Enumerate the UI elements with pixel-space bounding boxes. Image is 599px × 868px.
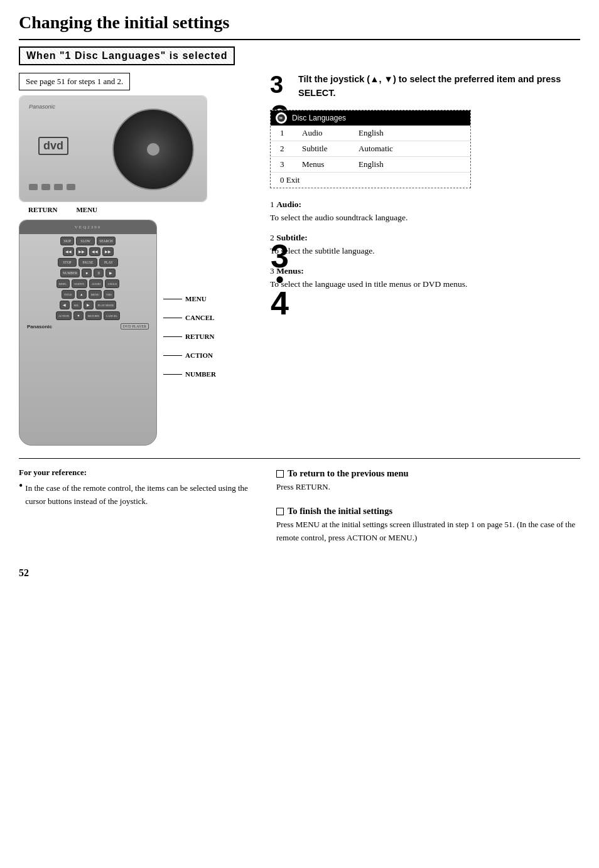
remote-label-number: NUMBER [163, 370, 216, 378]
dvd-disc-center [147, 143, 159, 156]
remote-step-4: 4 [271, 285, 289, 321]
bottom-content: For your reference: • In the case of the… [19, 466, 580, 555]
step3-number: 3 [270, 73, 289, 97]
main-content: See page 51 for steps 1 and 2. Panasonic… [19, 73, 580, 446]
remote-row-skip: SKIP SLOW SEARCH [23, 237, 153, 245]
bottom-left: For your reference: • In the case of the… [19, 466, 257, 555]
return-title-text: To return to the previous menu [288, 466, 409, 481]
remote-row-title: TITLE ▲ MENU VBS [23, 290, 153, 299]
disc-lang-row-3: 3 Menus English [271, 157, 470, 173]
lang-row3-val: English [359, 159, 451, 169]
lang-row2-name: Subtitle [302, 144, 346, 154]
bullet-item-remote: • In the case of the remote control, the… [19, 482, 257, 508]
rb-slow: SLOW [76, 237, 95, 245]
svg-text:8: 8 [279, 116, 281, 120]
disc-lang-header: 8 Disc Languages [271, 110, 470, 126]
remote-brand-text: Panasonic [27, 324, 52, 330]
desc-item-1-num: 1 [270, 200, 276, 209]
rb-title: TITLE [62, 290, 75, 299]
disc-lang-title: Disc Languages [292, 114, 346, 122]
top-divider [19, 39, 580, 40]
right-column: 3 Tilt the joystick (▲, ▼) to select the… [270, 73, 580, 446]
remote-dot: • [271, 274, 289, 286]
desc-item-1: 1 Audio: To select the audio soundtrack … [270, 198, 580, 225]
bottom-right: To return to the previous menu Press RET… [276, 466, 580, 555]
rb-right: ▶ [84, 301, 94, 309]
rb-fwd: ▶▶ [102, 247, 114, 256]
remote-step-numbers: 3 • 4 [271, 238, 289, 321]
disc-languages-box: 8 Disc Languages 1 Audio English 2 Subti… [270, 110, 471, 188]
remote-control-image: VEQ2390 SKIP SLOW SEARCH ◀◀ ▶▶ ◀◀ ▶▶ [19, 220, 157, 446]
rb-return: RETURN [85, 311, 102, 320]
rb-playmode: PLAY MODE [95, 301, 117, 309]
remote-top-bar: VEQ2390 [19, 220, 156, 234]
lang-row2-val: Automatic [359, 144, 451, 154]
remote-side-labels: MENU CANCEL RETURN ACTION NUMBER [163, 220, 216, 378]
label-dash-return [163, 336, 182, 337]
return-desc: Press RETURN. [276, 481, 580, 494]
page-number: 52 [19, 567, 580, 579]
lang-row3-num: 3 [280, 159, 289, 169]
rb-skip: SKIP [60, 237, 74, 245]
finish-section: To finish the initial settings Press MEN… [276, 504, 580, 545]
remote-label-cancel: CANCEL [163, 314, 216, 321]
left-column: See page 51 for steps 1 and 2. Panasonic… [19, 73, 257, 446]
bottom-divider [19, 458, 580, 459]
rb-stop2: ■ [82, 269, 92, 277]
disc-lang-exit: 0 Exit [271, 173, 470, 188]
desc-item-3-text: To select the language used in title men… [270, 277, 580, 291]
rb-pause: PAUSE [78, 258, 97, 267]
see-page-box: See page 51 for steps 1 and 2. [19, 73, 130, 90]
lang-row1-val: English [359, 128, 451, 138]
action-side-label: ACTION [185, 351, 213, 359]
rb-up: ▲ [77, 290, 87, 299]
remote-label-action: ACTION [163, 351, 216, 359]
dvd-brand-label: Panasonic [29, 104, 55, 110]
rb-next: ▶▶ [76, 247, 87, 256]
return-menu-labels: RETURN MENU [28, 206, 257, 213]
label-dash-action [163, 355, 182, 356]
return-side-label: RETURN [185, 333, 214, 340]
dvd-controls [29, 184, 75, 190]
rb-cancel: CANCEL [104, 311, 120, 320]
disc-icon-svg: 8 [277, 114, 286, 122]
remote-brand-row: Panasonic DVD PLAYER [23, 322, 153, 331]
dvd-player-wrapper: Panasonic dvd 3 [19, 95, 257, 202]
remote-buttons-area: SKIP SLOW SEARCH ◀◀ ▶▶ ◀◀ ▶▶ STOP PAUS [19, 234, 156, 333]
desc-item-2: 2 Subtitle: To select the subtitle langu… [270, 231, 580, 258]
lang-row1-num: 1 [280, 128, 289, 138]
description-list: 1 Audio: To select the audio soundtrack … [270, 198, 580, 292]
rb-search: SEARCH [97, 237, 116, 245]
dvd-logo: dvd [38, 137, 68, 155]
remote-row-arrows1: ◀◀ ▶▶ ◀◀ ▶▶ [23, 247, 153, 256]
rb-left: ◀ [60, 301, 70, 309]
dvd-btn-1 [29, 184, 38, 190]
disc-lang-row-1: 1 Audio English [271, 126, 470, 141]
desc-item-1-title: Audio: [276, 200, 301, 209]
remote-row-display: DISPL. SUBTIT. AUDIO ANGLE [23, 279, 153, 288]
finish-title-text: To finish the initial settings [288, 504, 392, 518]
rb-sel: SEL [72, 301, 82, 309]
rb-audio: AUDIO [89, 279, 104, 288]
for-ref-title: For your reference: [19, 466, 257, 480]
remote-row-action: ACTION ▼ RETURN CANCEL [23, 311, 153, 320]
finish-title: To finish the initial settings [276, 504, 580, 518]
label-dash-number [163, 374, 182, 375]
label-dash-cancel [163, 318, 182, 318]
dvd-btn-4 [67, 184, 75, 190]
disc-lang-row-2: 2 Subtitle Automatic [271, 141, 470, 157]
cancel-side-label: CANCEL [185, 314, 214, 321]
return-checkbox-icon [276, 470, 284, 478]
remote-wrapper: VEQ2390 SKIP SLOW SEARCH ◀◀ ▶▶ ◀◀ ▶▶ [19, 220, 257, 446]
rb-angle: ANGLE [105, 279, 119, 288]
page-title: Changing the initial settings [19, 13, 580, 33]
section-header: When "1 Disc Languages" is selected [19, 46, 235, 65]
rb-pause2: II [94, 269, 104, 277]
bullet-text: In the case of the remote control, the i… [25, 482, 257, 508]
bullet-dot: • [19, 480, 23, 508]
lang-row3-name: Menus [302, 159, 346, 169]
finish-checkbox-icon [276, 508, 284, 515]
dvd-btn-2 [41, 184, 50, 190]
remote-label-return: RETURN [163, 333, 216, 340]
menu-side-label: MENU [185, 295, 207, 303]
